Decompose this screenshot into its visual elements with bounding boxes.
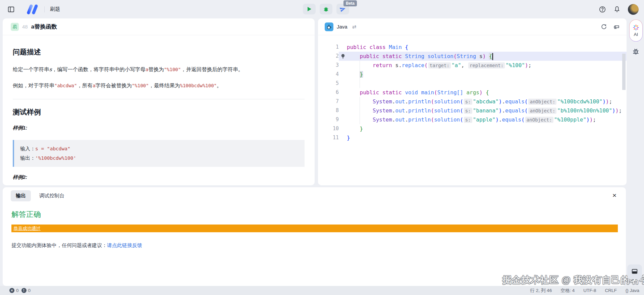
- problem-header: 易 48 a替换函数: [3, 18, 315, 35]
- line-number: 9: [318, 115, 339, 124]
- run-button[interactable]: [303, 4, 316, 14]
- code-editor[interactable]: 1public class Main {2 public static Stri…: [318, 35, 627, 185]
- code-line-8[interactable]: 8 System.out.println(solution(s:"banana"…: [318, 106, 627, 115]
- watermark: 掘金技术社区 @ 我没有自己的名字: [502, 274, 644, 286]
- problem-panel: 易 48 a替换函数 问题描述 给定一个字符串s，编写一个函数，将字符串中的小写…: [3, 18, 315, 185]
- line-number: 7: [318, 97, 339, 106]
- sidebar-toggle-icon[interactable]: [7, 6, 15, 13]
- encoding[interactable]: UTF-8: [583, 288, 596, 293]
- output-body: 解答正确 恭喜成功通过 提交功能内测体验中，任何问题或者建议：请点此链接反馈: [3, 209, 626, 249]
- code-line-5[interactable]: 5: [318, 79, 627, 88]
- debug-button[interactable]: [320, 4, 332, 14]
- line-number: 11: [318, 133, 339, 142]
- notifications-bell-icon[interactable]: [613, 6, 621, 13]
- indent-setting[interactable]: 空格: 4: [560, 288, 575, 294]
- problem-body: 问题描述 给定一个字符串s，编写一个函数，将字符串中的小写字母a替换为"%100…: [3, 35, 315, 185]
- line-number: 5: [318, 79, 339, 88]
- code-line-2[interactable]: 2 public static String solution(String s…: [318, 52, 627, 61]
- code-line-1[interactable]: 1public class Main {: [318, 43, 627, 52]
- examples-heading: 测试样例: [13, 107, 305, 117]
- feedback-link[interactable]: 请点此链接反馈: [107, 242, 142, 248]
- help-icon[interactable]: [599, 6, 606, 13]
- tab-output[interactable]: 输出: [11, 190, 31, 201]
- top-bar: 刷题 Beta: [0, 0, 644, 18]
- format-code-icon[interactable]: [613, 23, 620, 30]
- user-avatar[interactable]: [628, 4, 639, 15]
- status-bar: × 0 ! 0 行 2, 列 46 空格: 4 UTF-8 CRLF {} Ja…: [0, 286, 644, 295]
- line-number: 8: [318, 106, 339, 115]
- code-line-3[interactable]: 3 return s.replace(target:"a", replaceme…: [318, 61, 627, 70]
- language-label: Java: [337, 24, 347, 30]
- inline-code: "%100": [132, 83, 149, 88]
- lightbulb-icon: [339, 52, 347, 61]
- line-number: 2: [318, 52, 339, 61]
- reset-code-icon[interactable]: [601, 23, 607, 30]
- beta-badge: Beta: [343, 0, 357, 6]
- ai-label: AI: [634, 32, 638, 37]
- paper-plane-icon: [339, 5, 347, 13]
- output-header: 输出 调试控制台 ×: [3, 187, 626, 204]
- feedback-line: 提交功能内测体验中，任何问题或者建议：请点此链接反馈: [11, 242, 617, 249]
- code-line-6[interactable]: 6 public static void main(String[] args)…: [318, 88, 627, 97]
- example-1-output: 输出：'%100bcdw%100': [20, 153, 299, 163]
- description-paragraph-1: 给定一个字符串s，编写一个函数，将字符串中的小写字母a替换为"%100"，并返回…: [13, 65, 305, 74]
- app-logo-icon[interactable]: [25, 4, 39, 14]
- language-mode[interactable]: {} Java: [626, 288, 639, 293]
- inline-code: "abcdwa": [54, 83, 77, 88]
- difficulty-badge: 易: [11, 23, 19, 31]
- line-number: 3: [318, 61, 339, 70]
- braces-icon: {}: [626, 288, 629, 293]
- code-line-11[interactable]: 11}: [318, 133, 627, 142]
- cursor-position[interactable]: 行 2, 列 46: [530, 288, 552, 294]
- description-heading: 问题描述: [13, 47, 305, 57]
- topbar-divider: [44, 6, 45, 12]
- example-1-input: 输入：s = "abcdwa": [20, 144, 299, 153]
- code-line-10[interactable]: 10 }: [318, 124, 627, 133]
- brand-label: 刷题: [50, 6, 60, 12]
- var-s: s: [49, 66, 52, 72]
- tab-debug-console[interactable]: 调试控制台: [34, 190, 69, 201]
- warning-circle-icon: !: [21, 288, 26, 293]
- example-1-label: 样例1:: [13, 125, 305, 131]
- eol-setting[interactable]: CRLF: [605, 288, 616, 293]
- error-circle-icon: ×: [9, 288, 14, 293]
- code-line-7[interactable]: 7 System.out.println(solution(s:"abcdwa"…: [318, 97, 627, 106]
- inline-code: %100bcdw%100": [180, 83, 217, 88]
- line-number: 6: [318, 88, 339, 97]
- code-line-4[interactable]: 4 }: [318, 70, 627, 79]
- output-panel: 输出 调试控制台 × 解答正确 恭喜成功通过 提交功能内测体验中，任何问题或者建…: [3, 187, 626, 286]
- editor-header: Java ⇄: [318, 18, 627, 35]
- problem-id: 48: [22, 24, 28, 30]
- inline-code: a: [146, 67, 148, 72]
- code-line-9[interactable]: 9 System.out.println(solution(s:"apple")…: [318, 115, 627, 124]
- warnings-indicator[interactable]: ! 0: [21, 288, 31, 293]
- editor-scrollbar[interactable]: [622, 54, 626, 90]
- inline-code: "%100": [164, 67, 181, 72]
- example-2-label: 样例2:: [13, 174, 305, 181]
- example-1-block: 输入：s = "abcdwa" 输出：'%100bcdw%100': [13, 140, 305, 167]
- monitor-widget-button[interactable]: [627, 264, 642, 279]
- language-swap-icon[interactable]: ⇄: [352, 24, 357, 30]
- play-icon: [307, 6, 312, 12]
- ai-sparkle-icon: [633, 24, 639, 31]
- bug-icon: [323, 6, 329, 12]
- java-language-icon: [325, 22, 333, 31]
- success-banner: 恭喜成功通过: [11, 225, 618, 232]
- line-number: 10: [318, 124, 339, 133]
- problem-title: a替换函数: [31, 23, 57, 31]
- errors-indicator[interactable]: × 0: [9, 288, 19, 293]
- submit-button[interactable]: Beta: [336, 4, 349, 14]
- rail-debug-icon[interactable]: [632, 47, 640, 55]
- close-output-icon[interactable]: ×: [612, 191, 616, 199]
- text-cursor: [492, 53, 493, 60]
- line-number: 1: [318, 43, 339, 52]
- line-number: 4: [318, 70, 339, 79]
- ai-assistant-button[interactable]: AI: [629, 19, 643, 42]
- description-paragraph-2: 例如，对于字符串"abcdwa"，所有a字符会被替换为"%100"，最终结果为%…: [13, 81, 305, 90]
- section-divider: [13, 99, 305, 99]
- code-editor-panel: Java ⇄ 1public class Main {2 public stat…: [318, 18, 627, 185]
- result-title: 解答正确: [11, 209, 617, 219]
- monitor-icon: [631, 268, 638, 276]
